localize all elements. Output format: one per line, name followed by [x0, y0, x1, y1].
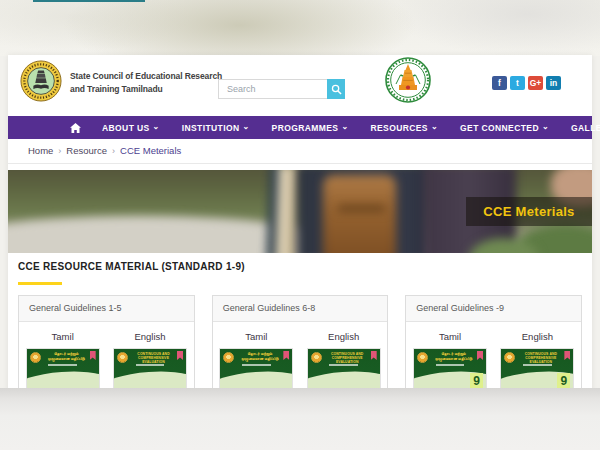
main-nav: ABOUT US⌄ INSTITUTION⌄ PROGRAMMES⌄ RESOU… — [8, 116, 592, 139]
top-background-band — [0, 0, 600, 56]
ribbon-icon — [90, 351, 96, 360]
title-accent-bar — [18, 282, 62, 285]
breadcrumb: Home › Resource › CCE Meterials — [28, 145, 181, 156]
english-label: English — [328, 331, 359, 342]
cover-emblem-icon — [223, 352, 234, 363]
top-edge-strip — [33, 0, 145, 2]
scert-logo[interactable] — [20, 60, 62, 102]
book-cover-english[interactable]: CONTINUOUS AND COMPREHENSIVE EVALUATION — [114, 349, 186, 393]
english-label: English — [134, 331, 165, 342]
site-title: State Council of Educational Research an… — [70, 70, 222, 95]
book-cover-english[interactable]: CONTINUOUS AND COMPREHENSIVE EVALUATION … — [501, 349, 573, 393]
cover-subtitle-line — [48, 364, 77, 366]
cover-emblem-icon — [311, 352, 322, 363]
cover-title: தொடர் மற்றும் முழுமையான மதிப்பீடு — [430, 352, 477, 361]
tamil-label: Tamil — [439, 331, 461, 342]
nav-gallery[interactable]: GALLERY⌄ — [560, 123, 600, 133]
card-title: General Guidelines 6-8 — [213, 296, 388, 322]
book-cover-tamil[interactable]: தொடர் மற்றும் முழுமையான மதிப்பீடு — [27, 349, 99, 393]
ribbon-icon — [283, 351, 289, 360]
english-label: English — [522, 331, 553, 342]
banner-photo-strap — [338, 205, 385, 212]
social-links: f t G+ in — [492, 76, 561, 90]
ribbon-icon — [564, 351, 570, 360]
breadcrumb-resource[interactable]: Resource — [66, 145, 107, 156]
chevron-down-icon: ⌄ — [542, 124, 549, 130]
cover-title: CONTINUOUS AND COMPREHENSIVE EVALUATION — [130, 352, 177, 365]
cover-emblem-icon — [417, 352, 428, 363]
tamil-label: Tamil — [52, 331, 74, 342]
banner-photo-satchel — [323, 175, 396, 253]
magnifier-icon — [331, 84, 342, 95]
ribbon-icon — [177, 351, 183, 360]
banner-title: CCE Meterials — [483, 204, 574, 219]
chevron-down-icon: ⌄ — [341, 124, 348, 130]
cover-title: CONTINUOUS AND COMPREHENSIVE EVALUATION — [324, 352, 371, 365]
cover-subtitle-line — [523, 364, 552, 366]
book-cover-tamil[interactable]: தொடர் மற்றும் முழுமையான மதிப்பீடு — [220, 349, 292, 393]
nav-institution[interactable]: INSTITUTION⌄ — [171, 123, 261, 133]
chevron-down-icon: ⌄ — [242, 124, 249, 130]
book-cover-tamil[interactable]: தொடர் மற்றும் முழுமையான மதிப்பீடு 9 — [414, 349, 486, 393]
nav-get-connected[interactable]: GET CONNECTED⌄ — [449, 123, 560, 133]
cover-subtitle-line — [242, 364, 271, 366]
tamil-label: Tamil — [245, 331, 267, 342]
chevron-down-icon: ⌄ — [431, 124, 438, 130]
breadcrumb-separator: › — [58, 146, 61, 156]
book-cover-english[interactable]: CONTINUOUS AND COMPREHENSIVE EVALUATION — [308, 349, 380, 393]
cover-subtitle-line — [136, 364, 165, 366]
site-header: State Council of Educational Research an… — [8, 55, 592, 116]
cover-emblem-icon — [117, 352, 128, 363]
search-button[interactable] — [327, 79, 345, 99]
card-title: General Guidelines 1-5 — [19, 296, 194, 322]
chevron-down-icon: ⌄ — [153, 124, 160, 130]
cover-title: தொடர் மற்றும் முழுமையான மதிப்பீடு — [236, 352, 283, 361]
hero-banner: CCE Meterials — [8, 170, 592, 253]
screenshot-canvas: State Council of Educational Research an… — [0, 0, 600, 450]
banner-caption: CCE Meterials — [466, 197, 592, 226]
card-title: General Guidelines -9 — [406, 296, 581, 322]
twitter-icon[interactable]: t — [510, 76, 525, 90]
facebook-icon[interactable]: f — [492, 76, 507, 90]
search-bar — [218, 79, 345, 99]
nav-programmes[interactable]: PROGRAMMES⌄ — [261, 123, 360, 133]
home-icon[interactable] — [60, 123, 91, 133]
google-plus-icon[interactable]: G+ — [528, 76, 543, 90]
nav-resources[interactable]: RESOURCES⌄ — [360, 123, 450, 133]
breadcrumb-home[interactable]: Home — [28, 145, 53, 156]
cover-title: CONTINUOUS AND COMPREHENSIVE EVALUATION — [517, 352, 564, 365]
ribbon-icon — [371, 351, 377, 360]
cover-title: தொடர் மற்றும் முழுமையான மதிப்பீடு — [43, 352, 90, 361]
page-title: CCE RESOURCE MATERIAL (STANDARD 1-9) — [18, 261, 245, 272]
cover-emblem-icon — [30, 352, 41, 363]
cover-subtitle-line — [329, 364, 358, 366]
breadcrumb-separator: › — [112, 146, 115, 156]
cover-emblem-icon — [504, 352, 515, 363]
bottom-blur-band — [0, 388, 600, 450]
site-title-line1: State Council of Educational Research — [70, 70, 222, 83]
site-title-line2: and Training Tamilnadu — [70, 83, 222, 96]
breadcrumb-current: CCE Meterials — [120, 145, 181, 156]
search-input[interactable] — [218, 79, 327, 99]
ribbon-icon — [477, 351, 483, 360]
linkedin-icon[interactable]: in — [546, 76, 561, 90]
tamilnadu-government-emblem — [385, 57, 431, 103]
divider — [8, 163, 592, 164]
nav-about-us[interactable]: ABOUT US⌄ — [91, 123, 171, 133]
cover-subtitle-line — [436, 364, 465, 366]
